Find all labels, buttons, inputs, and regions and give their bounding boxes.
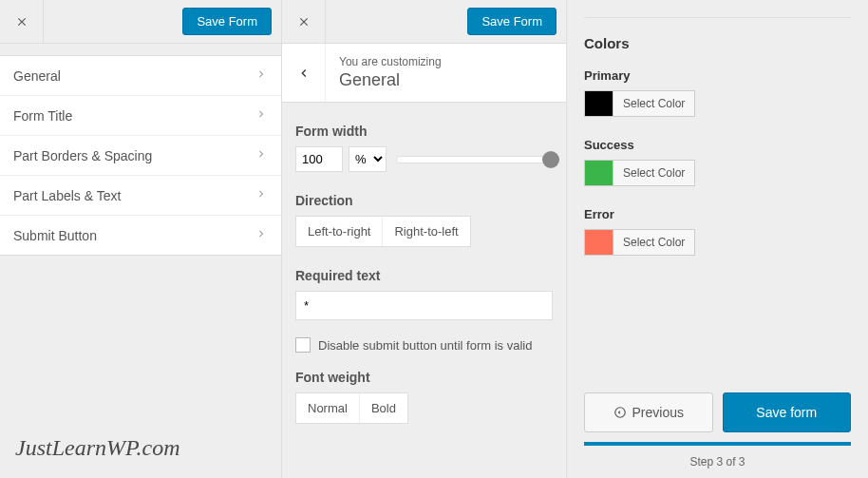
disable-submit-label: Disable submit button until form is vali…: [318, 338, 532, 353]
sidebar-menu: General Form Title Part Borders & Spacin…: [0, 55, 281, 256]
sidebar-item-part-borders[interactable]: Part Borders & Spacing: [0, 136, 281, 176]
disable-submit-checkbox[interactable]: [295, 337, 311, 353]
nav-bar: Previous Save form: [584, 392, 851, 432]
primary-label: Primary: [584, 68, 851, 83]
sidebar-item-submit-button[interactable]: Submit Button: [0, 216, 281, 255]
chevron-right-icon: [255, 147, 268, 163]
arrow-left-circle-icon: [613, 406, 627, 419]
error-swatch[interactable]: [584, 229, 613, 256]
breadcrumb-sub: You are customizing: [339, 55, 442, 68]
sidebar-item-label: Part Borders & Spacing: [13, 148, 152, 163]
save-form-button[interactable]: Save Form: [182, 8, 272, 35]
colors-heading: Colors: [584, 35, 851, 51]
chevron-right-icon: [255, 227, 268, 243]
success-swatch[interactable]: [584, 160, 613, 186]
font-weight-bold-button[interactable]: Bold: [359, 393, 407, 423]
previous-label: Previous: [632, 405, 684, 420]
breadcrumb: You are customizing General: [282, 44, 566, 103]
primary-select-color-button[interactable]: Select Color: [613, 90, 695, 117]
primary-swatch[interactable]: [584, 90, 613, 117]
sidebar-panel: Save Form General Form Title Part Border…: [0, 0, 282, 478]
success-select-color-button[interactable]: Select Color: [613, 160, 695, 186]
sidebar-item-part-labels[interactable]: Part Labels & Text: [0, 176, 281, 216]
close-icon: [15, 15, 28, 29]
chevron-right-icon: [255, 107, 268, 124]
chevron-right-icon: [255, 187, 268, 203]
direction-rtl-button[interactable]: Right-to-left: [382, 217, 469, 246]
close-icon: [297, 15, 311, 29]
primary-color-row: Select Color: [584, 90, 851, 117]
required-text-label: Required text: [295, 268, 553, 283]
font-weight-normal-button[interactable]: Normal: [296, 393, 359, 423]
form-width-label: Form width: [295, 124, 553, 139]
error-label: Error: [584, 207, 851, 221]
breadcrumb-title: General: [339, 70, 442, 90]
direction-ltr-button[interactable]: Left-to-right: [296, 217, 382, 246]
customize-header: Save Form: [282, 0, 566, 44]
direction-label: Direction: [295, 193, 553, 208]
error-color-row: Select Color: [584, 229, 851, 256]
form-width-input[interactable]: [295, 146, 343, 172]
sidebar-item-label: Form Title: [13, 108, 72, 124]
sidebar-item-label: Submit Button: [13, 228, 97, 243]
required-text-input[interactable]: [295, 291, 553, 320]
chevron-right-icon: [255, 67, 268, 84]
sidebar-item-label: General: [13, 68, 61, 84]
form-width-unit-select[interactable]: %: [349, 146, 387, 172]
previous-button[interactable]: Previous: [584, 392, 713, 432]
save-form-button[interactable]: Save form: [723, 392, 852, 432]
sidebar-item-label: Part Labels & Text: [13, 188, 121, 203]
sidebar-item-general[interactable]: General: [0, 56, 281, 96]
customize-panel: Save Form You are customizing General Fo…: [282, 0, 567, 478]
back-button[interactable]: [282, 44, 326, 102]
font-weight-segment: Normal Bold: [295, 392, 408, 424]
colors-panel: Colors Primary Select Color Success Sele…: [567, 0, 868, 478]
close-button[interactable]: [0, 0, 44, 44]
step-indicator: Step 3 of 3: [584, 446, 851, 468]
sidebar-item-form-title[interactable]: Form Title: [0, 96, 281, 136]
chevron-left-icon: [296, 66, 311, 81]
slider-thumb[interactable]: [542, 151, 559, 168]
font-weight-label: Font weight: [295, 370, 553, 385]
success-label: Success: [584, 138, 851, 152]
save-form-button[interactable]: Save Form: [467, 8, 557, 35]
success-color-row: Select Color: [584, 160, 851, 186]
direction-segment: Left-to-right Right-to-left: [295, 216, 471, 247]
breadcrumb-text: You are customizing General: [326, 44, 455, 102]
form-width-slider[interactable]: [396, 156, 553, 163]
divider: [584, 17, 851, 18]
sidebar-header: Save Form: [0, 0, 281, 44]
error-select-color-button[interactable]: Select Color: [613, 229, 695, 256]
close-button[interactable]: [282, 0, 326, 44]
